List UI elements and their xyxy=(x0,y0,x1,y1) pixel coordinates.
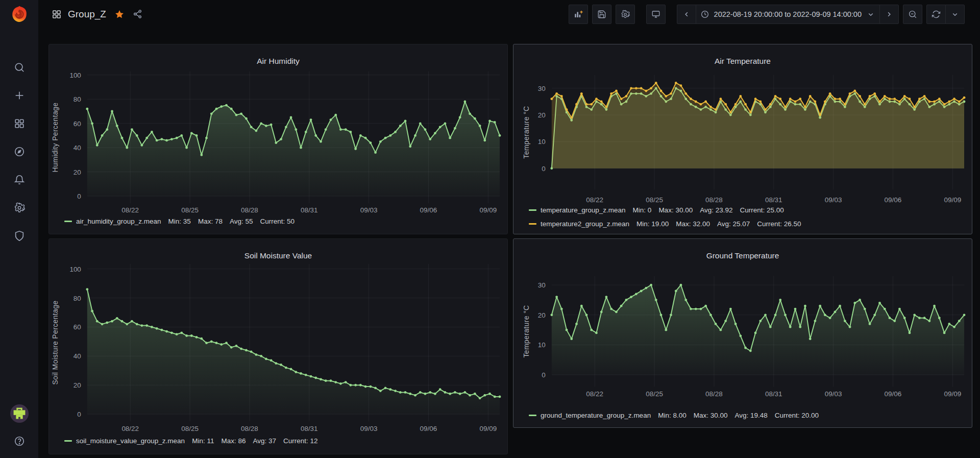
sidebar-item-configuration[interactable] xyxy=(14,202,25,213)
legend-color-dash xyxy=(529,223,536,225)
refresh-icon xyxy=(932,10,941,19)
legend-stat: Avg: 19.48 xyxy=(734,412,767,419)
plus-icon xyxy=(14,90,25,101)
user-avatar[interactable] xyxy=(10,404,29,423)
legend-stat: Current: 20.00 xyxy=(775,412,819,419)
sidebar-item-create[interactable] xyxy=(14,90,25,101)
ground-temperature-chart[interactable]: 08/2208/2508/2808/3109/0309/0609/0901020… xyxy=(513,239,972,427)
svg-text:0: 0 xyxy=(542,165,545,173)
sidebar-item-explore[interactable] xyxy=(14,146,25,157)
time-range-picker[interactable]: 2022-08-19 20:00:00 to 2022-09-09 14:00:… xyxy=(696,5,880,24)
page-title[interactable]: Group_Z xyxy=(68,9,106,20)
svg-text:09/09: 09/09 xyxy=(479,425,497,432)
dashboard-settings-button[interactable] xyxy=(616,5,635,24)
svg-text:20: 20 xyxy=(74,381,81,389)
search-icon xyxy=(14,62,25,73)
chevron-left-icon xyxy=(682,10,691,19)
sidebar-item-help[interactable] xyxy=(14,436,25,447)
svg-text:Temperature °C: Temperature °C xyxy=(522,305,530,357)
svg-text:80: 80 xyxy=(74,95,81,103)
legend-stat: Avg: 23.92 xyxy=(700,206,732,214)
svg-text:80: 80 xyxy=(74,295,81,302)
legend-series-name[interactable]: ground_temperature_group_z.mean xyxy=(541,412,651,419)
monitor-icon xyxy=(651,10,660,19)
sidebar-item-search[interactable] xyxy=(14,62,25,73)
svg-text:08/31: 08/31 xyxy=(765,390,782,398)
svg-text:08/28: 08/28 xyxy=(241,425,258,432)
legend-stat: Max: 86 xyxy=(221,437,246,445)
svg-text:20: 20 xyxy=(74,168,81,176)
svg-text:09/03: 09/03 xyxy=(825,390,842,398)
time-shift-forward-button[interactable] xyxy=(879,5,899,24)
save-dashboard-button[interactable] xyxy=(592,5,611,24)
legend-stat: Avg: 37 xyxy=(253,437,276,445)
sidebar-item-server-admin[interactable] xyxy=(14,230,25,242)
time-picker-group: 2022-08-19 20:00:00 to 2022-09-09 14:00:… xyxy=(677,5,899,24)
svg-text:20: 20 xyxy=(538,311,546,319)
legend-stat: Current: 50 xyxy=(260,218,295,225)
panel-air-temperature: Air Temperature 08/2208/2508/2808/3109/0… xyxy=(513,44,972,234)
help-icon xyxy=(14,436,25,447)
sidebar-item-dashboards[interactable] xyxy=(14,118,25,129)
legend-stat: Min: 35 xyxy=(168,218,191,225)
dashboard-grid-icon[interactable] xyxy=(52,9,62,19)
air-humidity-chart[interactable]: 08/2208/2508/2808/3109/0309/0609/0902040… xyxy=(49,44,507,234)
svg-text:0: 0 xyxy=(542,371,545,379)
legend-stat: Min: 8.00 xyxy=(658,412,687,419)
panel-air-humidity: Air Humidity 08/2208/2508/2808/3109/0309… xyxy=(48,44,508,234)
legend-row: soil_moisture_value_group_z.meanMin: 11M… xyxy=(64,434,502,448)
save-icon xyxy=(597,10,606,19)
svg-text:08/25: 08/25 xyxy=(181,206,199,214)
legend-color-dash xyxy=(64,440,72,442)
zoom-out-icon xyxy=(908,10,917,19)
grafana-logo[interactable] xyxy=(0,0,38,28)
gear-icon xyxy=(14,202,25,213)
panel-soil-moisture-value: Soil Moisture Value 08/2208/2508/2808/31… xyxy=(48,238,508,454)
svg-text:40: 40 xyxy=(74,144,81,152)
refresh-interval-dropdown[interactable] xyxy=(945,5,965,24)
svg-text:60: 60 xyxy=(74,323,81,331)
legend-series-name[interactable]: air_humidity_group_z.mean xyxy=(76,218,161,225)
soil-moisture-chart[interactable]: 08/2208/2508/2808/3109/0309/0609/0902040… xyxy=(49,239,507,454)
sidebar-item-alerting[interactable] xyxy=(14,174,25,185)
legend-row: air_humidity_group_z.meanMin: 35Max: 78A… xyxy=(64,214,502,228)
time-shift-back-button[interactable] xyxy=(677,5,696,24)
gear-icon xyxy=(621,10,630,19)
svg-text:09/03: 09/03 xyxy=(360,206,378,214)
svg-text:08/31: 08/31 xyxy=(301,425,318,432)
refresh-group xyxy=(926,5,965,24)
panel-title[interactable]: Air Humidity xyxy=(49,51,507,71)
panel-title[interactable]: Ground Temperature xyxy=(513,246,972,266)
sidebar-bottom xyxy=(10,404,29,447)
clock-icon xyxy=(700,10,709,19)
sidebar xyxy=(0,0,38,458)
refresh-button[interactable] xyxy=(926,5,946,24)
svg-text:08/28: 08/28 xyxy=(241,206,258,214)
caret-down-icon xyxy=(950,10,960,19)
svg-text:09/06: 09/06 xyxy=(420,425,437,432)
legend-stat: Current: 12 xyxy=(283,437,318,445)
panel-title[interactable]: Air Temperature xyxy=(513,51,972,71)
panel-legend: ground_temperature_group_z.meanMin: 8.00… xyxy=(529,408,967,422)
add-panel-icon xyxy=(574,10,583,19)
legend-stat: Current: 25.00 xyxy=(740,206,783,214)
legend-series-name[interactable]: temperature2_group_z.mean xyxy=(541,220,629,228)
add-panel-button[interactable] xyxy=(569,5,588,24)
svg-text:Humidity Percentage: Humidity Percentage xyxy=(51,103,59,173)
svg-text:10: 10 xyxy=(538,138,546,146)
svg-text:0: 0 xyxy=(77,411,81,418)
favorite-star-button[interactable] xyxy=(114,9,125,19)
zoom-out-button[interactable] xyxy=(903,5,922,24)
svg-text:09/06: 09/06 xyxy=(420,206,437,214)
svg-text:08/22: 08/22 xyxy=(121,206,139,214)
avatar-pixel-icon xyxy=(10,404,29,423)
kiosk-mode-button[interactable] xyxy=(646,5,666,24)
svg-text:30: 30 xyxy=(538,281,546,289)
panel-title[interactable]: Soil Moisture Value xyxy=(49,246,507,266)
share-dashboard-button[interactable] xyxy=(133,9,142,19)
apps-grid-icon xyxy=(14,118,25,129)
legend-series-name[interactable]: temperature_group_z.mean xyxy=(541,206,626,214)
legend-series-name[interactable]: soil_moisture_value_group_z.mean xyxy=(76,437,185,445)
legend-color-dash xyxy=(64,221,72,222)
shield-icon xyxy=(14,230,25,242)
